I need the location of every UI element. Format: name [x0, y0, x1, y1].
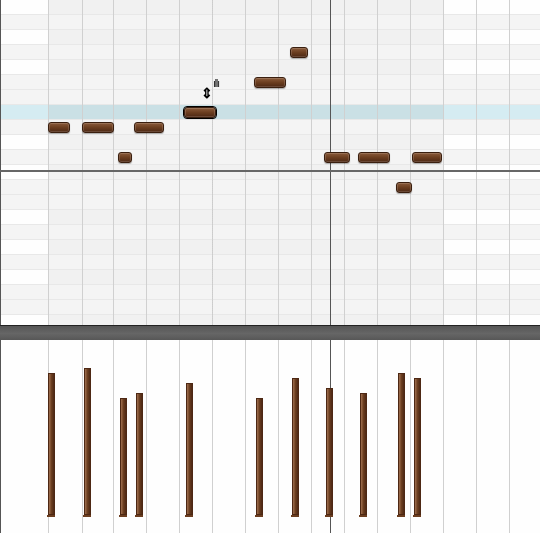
midi-note[interactable]: [396, 182, 412, 193]
pitch-row[interactable]: [0, 195, 540, 210]
pitch-row[interactable]: [0, 45, 540, 60]
grid-line: [179, 340, 180, 533]
pitch-row[interactable]: [0, 120, 540, 135]
midi-note[interactable]: [290, 47, 308, 58]
pitch-row[interactable]: [0, 150, 540, 165]
piano-roll-editor[interactable]: [0, 0, 540, 533]
velocity-bar[interactable]: [256, 398, 263, 515]
pitch-row[interactable]: [0, 30, 540, 45]
pitch-row[interactable]: [0, 300, 540, 315]
velocity-baseline-tick: [47, 515, 55, 517]
pitch-row[interactable]: [0, 255, 540, 270]
velocity-baseline-tick: [397, 515, 405, 517]
velocity-bar[interactable]: [414, 378, 421, 515]
pitch-row[interactable]: [0, 180, 540, 195]
grid-line: [311, 0, 312, 325]
midi-note[interactable]: [134, 122, 164, 133]
midi-note[interactable]: [412, 152, 442, 163]
grid-line: [476, 0, 477, 325]
pitch-row[interactable]: [0, 135, 540, 150]
velocity-bar[interactable]: [120, 398, 127, 515]
grid-line: [377, 340, 378, 533]
grid-line: [212, 0, 213, 325]
velocity-bar[interactable]: [326, 388, 333, 515]
pitch-row[interactable]: [0, 240, 540, 255]
grid-line: [278, 0, 279, 325]
midi-note[interactable]: [184, 107, 216, 118]
velocity-bar[interactable]: [398, 373, 405, 515]
velocity-bar[interactable]: [84, 368, 91, 515]
velocity-baseline-tick: [255, 515, 263, 517]
velocity-lane[interactable]: [0, 340, 540, 533]
pitch-row[interactable]: [0, 60, 540, 75]
grid-line: [48, 0, 49, 325]
pitch-row[interactable]: [0, 165, 540, 180]
pitch-row[interactable]: [0, 15, 540, 30]
midi-note[interactable]: [254, 77, 286, 88]
grid-line: [311, 340, 312, 533]
velocity-bar[interactable]: [136, 393, 143, 515]
grid-line: [344, 340, 345, 533]
grid-line: [443, 0, 444, 325]
grid-line: [82, 340, 83, 533]
pitch-row[interactable]: [0, 225, 540, 240]
grid-line: [212, 340, 213, 533]
pitch-row[interactable]: [0, 105, 540, 120]
velocity-bar[interactable]: [48, 373, 55, 515]
note-grid[interactable]: [0, 0, 540, 325]
octave-divider-line: [0, 170, 540, 172]
velocity-bar[interactable]: [292, 378, 299, 515]
midi-note[interactable]: [48, 122, 70, 133]
midi-note[interactable]: [358, 152, 390, 163]
grid-line: [476, 340, 477, 533]
grid-line: [0, 0, 1, 325]
grid-line: [509, 0, 510, 325]
pitch-row[interactable]: [0, 285, 540, 300]
velocity-baseline-tick: [119, 515, 127, 517]
grid-line: [410, 0, 411, 325]
grid-line: [113, 340, 114, 533]
velocity-baseline-tick: [413, 515, 421, 517]
grid-line: [146, 0, 147, 325]
pitch-row[interactable]: [0, 270, 540, 285]
velocity-baseline-tick: [325, 515, 333, 517]
midi-note[interactable]: [324, 152, 350, 163]
grid-line: [82, 0, 83, 325]
midi-note[interactable]: [118, 152, 132, 163]
grid-line: [278, 340, 279, 533]
pitch-row[interactable]: [0, 90, 540, 105]
velocity-baseline-tick: [83, 515, 91, 517]
velocity-baseline-tick: [291, 515, 299, 517]
pitch-row[interactable]: [0, 210, 540, 225]
pitch-row[interactable]: [0, 0, 540, 15]
grid-line: [245, 340, 246, 533]
grid-line: [410, 340, 411, 533]
grid-line: [245, 0, 246, 325]
grid-line: [509, 340, 510, 533]
velocity-baseline-tick: [135, 515, 143, 517]
grid-line: [443, 340, 444, 533]
midi-note[interactable]: [82, 122, 114, 133]
velocity-baseline-tick: [185, 515, 193, 517]
grid-line: [179, 0, 180, 325]
grid-line: [0, 340, 1, 533]
grid-line: [146, 340, 147, 533]
velocity-bar[interactable]: [360, 393, 367, 515]
velocity-bar[interactable]: [186, 383, 193, 515]
velocity-baseline-tick: [359, 515, 367, 517]
grid-line: [113, 0, 114, 325]
